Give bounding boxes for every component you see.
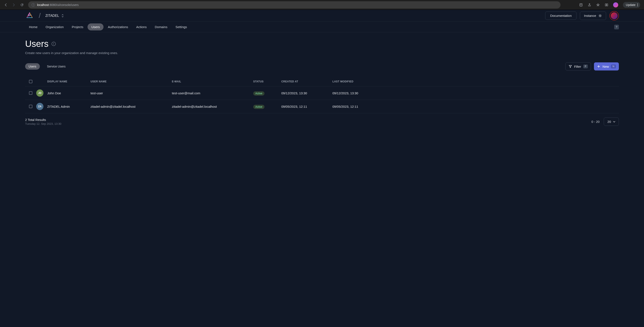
documentation-label: Documentation	[550, 14, 572, 18]
zitadel-logo[interactable]	[25, 11, 34, 20]
org-name-label: ZITADEL	[45, 14, 59, 18]
col-display[interactable]: DISPLAY NAME	[36, 80, 90, 83]
col-email[interactable]: E-MAIL	[172, 80, 253, 83]
filter-button[interactable]: Filter F	[566, 62, 591, 70]
profile-avatar[interactable]	[613, 2, 618, 8]
display-name: John Doe	[47, 91, 61, 95]
filter-label: Filter	[574, 65, 581, 68]
share-icon[interactable]	[588, 3, 592, 7]
app-header: / ZITADEL Documentation Instance	[0, 10, 644, 22]
col-created[interactable]: CREATED AT	[281, 80, 332, 83]
toolbar: Users Service Users Filter F New N	[25, 62, 619, 70]
update-button[interactable]: Update	[623, 2, 640, 8]
svg-rect-2	[607, 4, 608, 6]
url-host: localhost	[37, 3, 49, 6]
table-footer: 2 Total Results Tuesday 12. Sep 2023, 13…	[25, 118, 619, 126]
avatar: ZA	[36, 103, 44, 110]
created-at: 09/05/2023, 12:11	[281, 105, 332, 108]
row-checkbox[interactable]	[29, 105, 32, 108]
page-content: Users i Create new users in your organiz…	[0, 32, 644, 132]
new-key: N	[611, 64, 616, 68]
nav-domains[interactable]: Domains	[151, 24, 171, 30]
url-path: :8080/ui/console/users	[49, 3, 78, 6]
kebab-icon	[637, 4, 638, 6]
new-label: New	[602, 65, 609, 68]
pagesize-value: 20	[607, 120, 611, 124]
svg-point-3	[638, 4, 638, 4]
svg-rect-1	[605, 4, 606, 6]
filter-key: F	[583, 64, 588, 68]
filter-icon	[568, 65, 572, 68]
page-subtitle: Create new users in your organization an…	[25, 51, 619, 55]
update-label: Update	[626, 3, 636, 6]
chevron-updown-icon	[61, 14, 64, 18]
info-icon[interactable]: i	[52, 42, 56, 46]
last-modified: 09/12/2023, 13:30	[332, 91, 619, 95]
timestamp: Tuesday 12. Sep 2023, 13:30	[25, 122, 61, 126]
table-row[interactable]: ZA ZITADEL Admin zitadel-admin@zitadel.l…	[25, 100, 619, 113]
user-name: zitadel-admin@zitadel.localhost	[90, 105, 172, 108]
created-at: 09/12/2023, 13:30	[281, 91, 332, 95]
table-row[interactable]: JD John Doe test-user test-user@mail.com…	[25, 86, 619, 100]
browser-toolbar: i localhost:8080/ui/console/users Update	[0, 0, 644, 10]
install-icon[interactable]	[579, 3, 583, 7]
site-info-icon[interactable]: i	[32, 3, 35, 6]
email: test-user@mail.com	[172, 91, 253, 95]
col-modified[interactable]: LAST MODIFIED	[332, 80, 619, 83]
instance-button[interactable]: Instance	[580, 12, 606, 20]
plus-icon	[597, 65, 600, 68]
col-user[interactable]: USER NAME	[90, 80, 172, 83]
user-name: test-user	[90, 91, 172, 95]
new-button[interactable]: New N	[594, 62, 619, 70]
table-header: DISPLAY NAME USER NAME E-MAIL STATUS CRE…	[25, 77, 619, 86]
nav-users[interactable]: Users	[88, 24, 104, 30]
nav-organization[interactable]: Organization	[42, 24, 68, 30]
select-all-checkbox[interactable]	[29, 80, 32, 83]
org-selector[interactable]: ZITADEL	[45, 14, 64, 18]
svg-point-5	[638, 6, 638, 6]
main-nav: Home Organization Projects Users Authori…	[0, 22, 644, 32]
status-badge: Active	[253, 105, 264, 109]
email: zitadel-admin@zitadel.localhost	[172, 105, 253, 108]
reload-button[interactable]	[20, 3, 24, 7]
row-checkbox[interactable]	[29, 91, 32, 95]
bookmark-icon[interactable]	[596, 3, 600, 7]
tab-service-users[interactable]: Service Users	[44, 63, 69, 70]
results-count: 2 Total Results	[25, 118, 61, 122]
devtools-icon[interactable]	[604, 3, 608, 7]
nav-projects[interactable]: Projects	[68, 24, 87, 30]
page-range: 0 - 20	[592, 120, 600, 124]
users-table: DISPLAY NAME USER NAME E-MAIL STATUS CRE…	[25, 77, 619, 113]
last-modified: 09/05/2023, 12:11	[332, 105, 619, 108]
nav-settings[interactable]: Settings	[172, 24, 191, 30]
forward-button[interactable]	[12, 3, 16, 7]
page-title: Users	[25, 39, 48, 49]
avatar: JD	[36, 90, 44, 97]
status-badge: Active	[253, 91, 264, 96]
nav-actions[interactable]: Actions	[132, 24, 150, 30]
tab-users[interactable]: Users	[25, 63, 40, 70]
col-status[interactable]: STATUS	[253, 80, 281, 83]
nav-home[interactable]: Home	[25, 24, 41, 30]
display-name: ZITADEL Admin	[47, 105, 70, 108]
instance-label: Instance	[584, 14, 596, 18]
svg-point-4	[638, 4, 638, 5]
nav-authorizations[interactable]: Authorizations	[104, 24, 132, 30]
user-menu[interactable]	[610, 11, 619, 20]
chevron-down-icon	[613, 121, 615, 122]
breadcrumb-divider: /	[39, 12, 41, 20]
back-button[interactable]	[4, 3, 8, 7]
url-bar[interactable]: i localhost:8080/ui/console/users	[28, 1, 560, 8]
pagesize-selector[interactable]: 20	[604, 118, 619, 126]
documentation-button[interactable]: Documentation	[545, 12, 576, 20]
svg-point-6	[600, 15, 601, 16]
avatar	[611, 12, 618, 19]
help-shortcut[interactable]: ?	[614, 25, 619, 30]
gear-icon	[598, 14, 602, 18]
